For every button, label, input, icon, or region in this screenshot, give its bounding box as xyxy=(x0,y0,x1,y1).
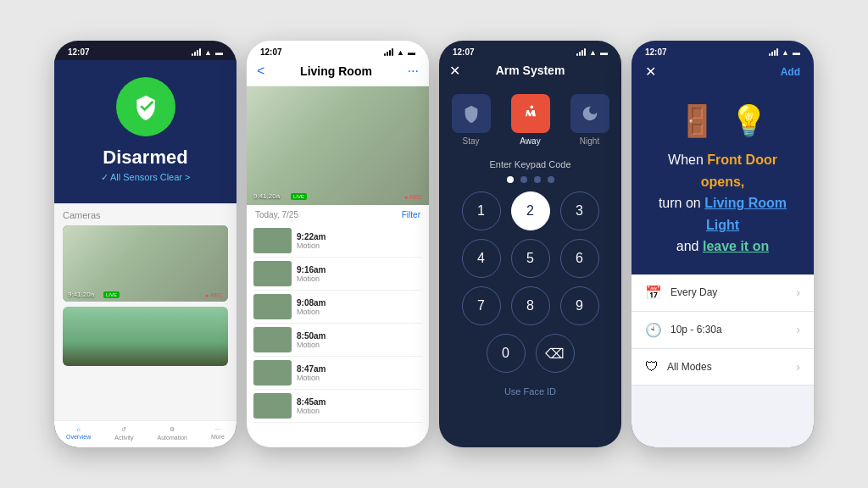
key-7[interactable]: 7 xyxy=(462,286,501,325)
dot-4 xyxy=(548,176,554,183)
rec-badge-1: ● REC xyxy=(205,292,223,298)
trigger-text: Front Door opens, xyxy=(701,152,777,189)
signal-icon-2 xyxy=(384,48,393,56)
activity-type: Motion xyxy=(297,341,326,349)
filter-button[interactable]: Filter xyxy=(402,210,420,219)
face-id-button[interactable]: Use Face ID xyxy=(439,381,621,402)
stay-label: Stay xyxy=(462,136,479,146)
activity-info: 9:08am Motion xyxy=(297,298,326,316)
live-view[interactable]: 9:41.20a LIVE ● REC xyxy=(247,86,429,205)
nav-more-label: More xyxy=(211,434,225,440)
activity-item[interactable]: 8:45am Motion xyxy=(253,390,422,423)
time-3: 12:07 xyxy=(453,47,475,57)
live-badge-1: LIVE xyxy=(103,291,120,298)
automation-text: When Front Door opens, turn on Living Ro… xyxy=(632,149,814,274)
home-icon: ⌂ xyxy=(77,426,81,432)
activity-time: 8:47am xyxy=(297,364,326,374)
key-8[interactable]: 8 xyxy=(511,286,550,325)
automation-header: ✕ Add xyxy=(632,60,814,90)
activity-info: 8:47am Motion xyxy=(297,364,326,382)
status-bar-4: 12:07 ▲ ▬ xyxy=(632,41,814,60)
phone-overview: 12:07 ▲ ▬ Disarmed ✓ All Sensors Clear >… xyxy=(54,41,236,447)
nav-automation-label: Automation xyxy=(158,435,187,441)
leave-on-text: leave it on xyxy=(703,239,769,253)
activity-item[interactable]: 9:16am Motion xyxy=(253,258,422,291)
status-icons-2: ▲ ▬ xyxy=(384,48,415,57)
cameras-label: Cameras xyxy=(63,210,228,220)
activity-item[interactable]: 9:22am Motion xyxy=(253,225,422,258)
status-icons-4: ▲ ▬ xyxy=(769,48,800,57)
key-9[interactable]: 9 xyxy=(560,286,599,325)
camera-thumb-2[interactable] xyxy=(63,307,228,366)
key-6[interactable]: 6 xyxy=(560,239,599,278)
chevron-icon-2: › xyxy=(796,323,800,336)
signal-icon-3 xyxy=(576,48,586,56)
more-icon: ··· xyxy=(215,426,220,432)
stay-mode[interactable]: Stay xyxy=(452,94,491,146)
nav-activity[interactable]: ↺ Activity xyxy=(114,426,133,441)
camera-thumb-1[interactable]: 9:41.20a LIVE ● REC xyxy=(63,225,228,302)
night-icon xyxy=(570,94,609,133)
battery-icon-1: ▬ xyxy=(215,48,223,57)
arm-title: Arm System xyxy=(496,64,565,77)
wifi-icon-3: ▲ xyxy=(589,48,597,57)
stay-icon xyxy=(452,94,491,133)
time-1: 12:07 xyxy=(68,47,90,57)
keypad: 1 2 3 4 5 6 7 8 9 0 ⌫ xyxy=(439,191,621,381)
live-cam-time: 9:41.20a xyxy=(253,192,280,200)
activity-info: 8:50am Motion xyxy=(297,331,326,349)
battery-icon-4: ▬ xyxy=(793,48,800,57)
key-delete[interactable]: ⌫ xyxy=(536,334,575,373)
key-5[interactable]: 5 xyxy=(511,239,550,278)
phone-arm-system: 12:07 ▲ ▬ ✕ Arm System Stay xyxy=(439,41,621,447)
setting-modes[interactable]: 🛡 All Modes › xyxy=(632,349,814,385)
wifi-icon-2: ▲ xyxy=(397,48,404,57)
away-mode[interactable]: Away xyxy=(511,94,550,146)
nav-more[interactable]: ··· More xyxy=(211,426,225,441)
activity-item[interactable]: 9:08am Motion xyxy=(253,291,422,324)
rec-badge-2: ● REC xyxy=(404,194,422,200)
setting-left-2: 🕙 10p - 6:30a xyxy=(645,322,722,338)
cameras-section: Cameras 9:41.20a LIVE ● REC xyxy=(54,203,236,420)
activity-list: 9:22am Motion 9:16am Motion 9:08am Motio… xyxy=(247,225,429,447)
activity-item[interactable]: 8:47am Motion xyxy=(253,357,422,390)
key-4[interactable]: 4 xyxy=(462,239,501,278)
activity-thumb xyxy=(253,360,292,385)
activity-info: 8:45am Motion xyxy=(297,397,326,415)
close-button-3[interactable]: ✕ xyxy=(449,63,460,79)
nav-overview[interactable]: ⌂ Overview xyxy=(66,426,91,441)
nav-automation[interactable]: ⚙ Automation xyxy=(158,426,187,441)
living-room-title: Living Room xyxy=(300,64,372,78)
more-options-button[interactable]: ··· xyxy=(408,64,419,79)
dot-1 xyxy=(507,176,514,183)
dot-3 xyxy=(534,176,541,183)
night-mode[interactable]: Night xyxy=(570,94,609,146)
arm-header: ✕ Arm System xyxy=(439,60,621,87)
setting-every-day[interactable]: 📅 Every Day › xyxy=(632,274,814,312)
cam-time-1: 9:41.20a xyxy=(68,291,94,298)
live-badge-2: LIVE xyxy=(291,193,307,200)
close-button-4[interactable]: ✕ xyxy=(645,64,656,80)
key-2[interactable]: 2 xyxy=(511,191,550,230)
activity-type: Motion xyxy=(297,308,326,316)
away-label: Away xyxy=(520,136,540,146)
activity-thumb xyxy=(253,393,292,419)
back-button[interactable]: < xyxy=(257,64,264,79)
activity-item[interactable]: 8:50am Motion xyxy=(253,324,422,357)
status-bar-1: 12:07 ▲ ▬ xyxy=(54,41,236,60)
status-bar-3: 12:07 ▲ ▬ xyxy=(439,41,621,60)
setting-time[interactable]: 🕙 10p - 6:30a › xyxy=(632,312,814,349)
code-dots xyxy=(439,173,621,191)
away-icon xyxy=(511,94,550,133)
key-3[interactable]: 3 xyxy=(560,191,599,230)
key-1[interactable]: 1 xyxy=(462,191,501,230)
add-button[interactable]: Add xyxy=(781,66,800,78)
battery-icon-3: ▬ xyxy=(600,48,608,57)
activity-thumb xyxy=(253,294,292,319)
wifi-icon-1: ▲ xyxy=(204,48,212,57)
disarmed-shield xyxy=(116,77,175,136)
key-0[interactable]: 0 xyxy=(487,334,526,373)
chevron-icon-3: › xyxy=(796,360,800,374)
calendar-icon: 📅 xyxy=(645,285,662,301)
hero-section: Disarmed ✓ All Sensors Clear > xyxy=(54,60,236,203)
